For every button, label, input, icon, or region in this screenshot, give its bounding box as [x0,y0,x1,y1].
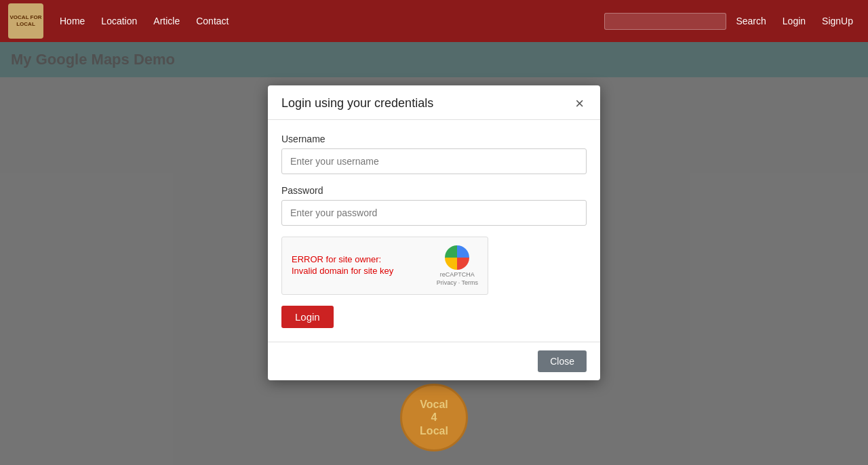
modal-close-x-button[interactable]: × [572,96,587,111]
login-submit-button[interactable]: Login [281,306,334,328]
recaptcha-icon [445,245,469,270]
captcha-error-line2: Invalid domain for site key [292,266,393,277]
captcha-box: ERROR for site owner: Invalid domain for… [281,237,488,295]
modal-title: Login using your credentials [281,96,433,110]
password-label: Password [281,185,587,196]
captcha-logo-area: reCAPTCHA Privacy · Terms [437,245,478,286]
modal-overlay: Login using your credentials × Username … [0,0,868,465]
username-input[interactable] [281,148,587,174]
password-input[interactable] [281,200,587,226]
modal-footer: Close [268,342,600,380]
modal-close-button[interactable]: Close [538,350,587,372]
captcha-error: ERROR for site owner: Invalid domain for… [292,254,393,277]
modal-header: Login using your credentials × [268,85,600,120]
password-group: Password [281,185,587,226]
username-label: Username [281,134,587,144]
captcha-error-line1: ERROR for site owner: [292,254,393,266]
login-modal: Login using your credentials × Username … [268,85,600,380]
username-group: Username [281,134,587,174]
modal-body: Username Password ERROR for site owner: … [268,120,600,342]
recaptcha-links[interactable]: Privacy · Terms [437,279,478,286]
recaptcha-label: reCAPTCHA [440,271,475,278]
